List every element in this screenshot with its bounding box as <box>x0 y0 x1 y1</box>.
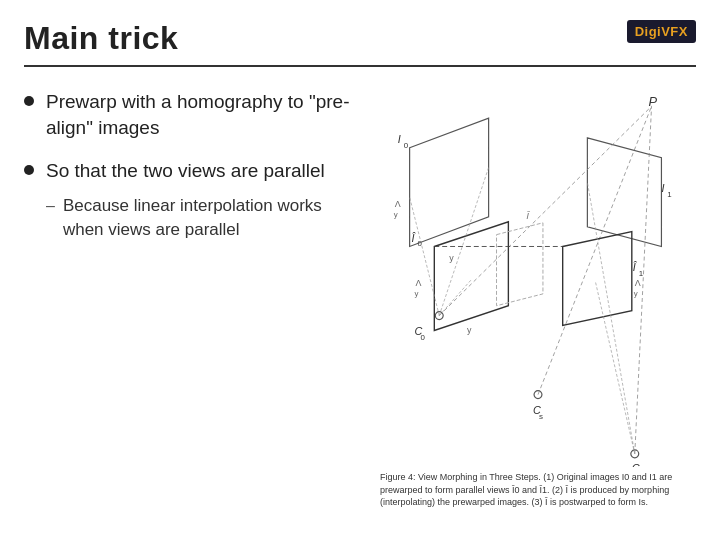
logo-text1: Digi <box>635 24 662 39</box>
svg-text:y: y <box>415 289 419 298</box>
bullet-list: Prewarp with a homography to "pre-align"… <box>24 89 364 246</box>
sub-list: – Because linear interpolation works whe… <box>46 194 364 242</box>
logo-text2: VFX <box>661 24 688 39</box>
bullet-item-1: Prewarp with a homography to "pre-align"… <box>24 89 364 140</box>
svg-text:y: y <box>449 253 454 263</box>
slide-title: Main trick <box>24 20 178 57</box>
svg-text:s: s <box>539 412 543 421</box>
svg-text:I: I <box>398 133 401 145</box>
diagram-svg: P I 0 I 1 C 0 C s C 1 <box>380 85 696 467</box>
svg-text:P: P <box>649 94 658 109</box>
svg-text:0: 0 <box>404 141 409 150</box>
bullet-dot-2 <box>24 165 34 175</box>
slide-content: Prewarp with a homography to "pre-align"… <box>24 85 696 509</box>
logo-badge: DigiVFX <box>627 20 696 43</box>
svg-text:y: y <box>394 210 398 219</box>
sub-item-1: – Because linear interpolation works whe… <box>46 194 364 242</box>
bullet-dot-1 <box>24 96 34 106</box>
svg-text:I: I <box>661 182 664 194</box>
diagram-column: P I 0 I 1 C 0 C s C 1 <box>380 85 696 509</box>
bullet-text-1: Prewarp with a homography to "pre-align"… <box>46 89 364 140</box>
bullet-text-2: So that the two views are parallel – Bec… <box>46 158 364 245</box>
svg-text:y: y <box>634 289 638 298</box>
sub-dash: – <box>46 195 55 217</box>
svg-text:1: 1 <box>667 190 671 199</box>
svg-text:0: 0 <box>420 333 425 342</box>
slide-header: Main trick DigiVFX <box>24 20 696 67</box>
svg-text:Λ: Λ <box>416 278 422 288</box>
diagram-caption: Figure 4: View Morphing in Three Steps. … <box>380 467 696 509</box>
svg-text:y: y <box>467 325 472 335</box>
svg-text:Λ: Λ <box>635 278 641 288</box>
slide: Main trick DigiVFX Prewarp with a homogr… <box>0 0 720 540</box>
text-column: Prewarp with a homography to "pre-align"… <box>24 85 364 509</box>
svg-text:Λ: Λ <box>395 199 401 209</box>
bullet-item-2: So that the two views are parallel – Bec… <box>24 158 364 245</box>
svg-text:1: 1 <box>639 269 643 278</box>
